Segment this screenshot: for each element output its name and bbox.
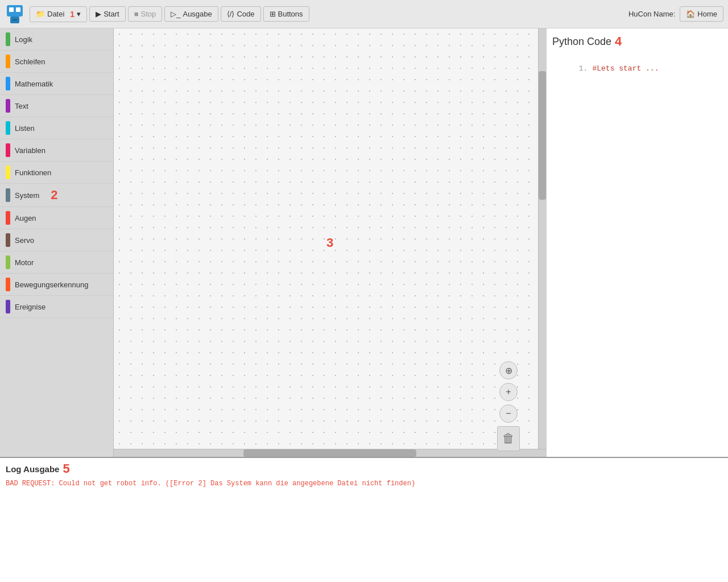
- code-content-1: #Lets start ...: [592, 64, 659, 73]
- canvas-area[interactable]: 3 ⊕ + − 🗑: [114, 28, 546, 457]
- sidebar-label-motor: Motor: [15, 258, 34, 267]
- app-logo: [5, 4, 25, 24]
- play-icon: ▶: [96, 10, 101, 18]
- log-title-text: Log Ausgabe: [6, 464, 59, 474]
- sidebar: Logik Schleifen Mathematik Text Listen V…: [0, 28, 114, 457]
- trash-button[interactable]: 🗑: [497, 426, 520, 451]
- file-button[interactable]: 📁 Datei 1 ▾: [30, 6, 87, 22]
- sidebar-label-funktionen: Funktionen: [15, 168, 51, 177]
- sidebar-item-funktionen[interactable]: Funktionen: [0, 162, 113, 184]
- hucon-name-label: HuCon Name:: [628, 10, 675, 18]
- sidebar-item-system[interactable]: System 2: [0, 184, 113, 207]
- sidebar-area-number: 2: [51, 188, 57, 203]
- mathematik-color: [6, 77, 10, 90]
- target-icon: ⊕: [505, 365, 512, 376]
- sidebar-item-logik[interactable]: Logik: [0, 28, 113, 51]
- trash-area: 🗑: [497, 426, 520, 451]
- code-line-1: 1.#Lets start ...: [552, 56, 722, 81]
- sidebar-label-text: Text: [15, 102, 28, 110]
- svg-rect-4: [13, 19, 17, 21]
- start-label: Start: [104, 10, 119, 18]
- sidebar-item-schleifen[interactable]: Schleifen: [0, 51, 113, 73]
- logik-color: [6, 32, 10, 46]
- variablen-color: [6, 143, 10, 157]
- sidebar-item-mathematik[interactable]: Mathematik: [0, 73, 113, 95]
- sidebar-label-schleifen: Schleifen: [15, 57, 45, 66]
- vertical-scrollbar-thumb[interactable]: [539, 71, 546, 200]
- sidebar-label-system: System: [15, 191, 39, 200]
- start-button[interactable]: ▶ Start: [89, 6, 125, 22]
- sidebar-item-augen[interactable]: Augen: [0, 207, 113, 229]
- file-icon: 📁: [36, 10, 45, 18]
- sidebar-label-logik: Logik: [15, 35, 32, 44]
- grid-icon: ⊞: [270, 10, 276, 18]
- sidebar-label-mathematik: Mathematik: [15, 80, 53, 88]
- log-area-number: 5: [63, 461, 69, 476]
- zoom-out-button[interactable]: −: [499, 404, 518, 423]
- home-button[interactable]: 🏠 Home: [680, 6, 723, 22]
- sidebar-label-bewegungserkennung: Bewegungserkennung: [15, 280, 88, 289]
- chevron-down-icon: ▾: [77, 10, 81, 18]
- schleifen-color: [6, 55, 10, 68]
- minus-icon: −: [506, 408, 511, 419]
- listen-color: [6, 121, 10, 135]
- servo-color: [6, 233, 10, 247]
- sidebar-item-text[interactable]: Text: [0, 95, 113, 117]
- svg-rect-1: [9, 7, 14, 12]
- vertical-scrollbar[interactable]: [538, 28, 546, 457]
- toolbar: 📁 Datei 1 ▾ ▶ Start ■ Stop ▷_ Ausgabe ⟨/…: [0, 0, 728, 28]
- horizontal-scrollbar-thumb[interactable]: [243, 449, 416, 457]
- buttons-button[interactable]: ⊞ Buttons: [263, 6, 309, 22]
- code-label: Code: [237, 10, 254, 18]
- code-panel-title: Python Code 4: [552, 34, 722, 49]
- ausgabe-label: Ausgabe: [183, 10, 212, 18]
- sidebar-item-servo[interactable]: Servo: [0, 229, 113, 251]
- log-error-message: BAD REQUEST: Could not get robot info. (…: [6, 480, 722, 488]
- sidebar-item-motor[interactable]: Motor: [0, 251, 113, 274]
- sidebar-label-servo: Servo: [15, 236, 34, 245]
- sidebar-item-ereignise[interactable]: Ereignise: [0, 296, 113, 318]
- trash-icon: 🗑: [502, 431, 515, 446]
- terminal-icon: ▷_: [171, 10, 180, 18]
- svg-rect-2: [16, 7, 20, 12]
- file-label: Datei: [47, 10, 64, 18]
- sidebar-item-bewegungserkennung[interactable]: Bewegungserkennung: [0, 274, 113, 296]
- zoom-in-button[interactable]: +: [499, 383, 518, 401]
- sidebar-item-listen[interactable]: Listen: [0, 117, 113, 139]
- text-color: [6, 99, 10, 113]
- main-area: Logik Schleifen Mathematik Text Listen V…: [0, 28, 728, 457]
- stop-button[interactable]: ■ Stop: [128, 6, 163, 22]
- funktionen-color: [6, 166, 10, 179]
- sidebar-label-ereignise: Ereignise: [15, 303, 46, 311]
- system-color: [6, 188, 10, 202]
- badge-1: 1: [70, 10, 75, 19]
- code-icon: ⟨/⟩: [227, 10, 235, 18]
- code-line-num-1: 1.: [579, 64, 588, 73]
- home-icon: 🏠: [686, 10, 695, 18]
- sidebar-label-augen: Augen: [15, 214, 36, 222]
- sidebar-label-variablen: Variablen: [15, 146, 46, 155]
- stop-label: Stop: [140, 10, 156, 18]
- code-panel-title-text: Python Code: [552, 36, 611, 48]
- augen-color: [6, 211, 10, 225]
- canvas-controls: ⊕ + −: [499, 361, 518, 423]
- horizontal-scrollbar[interactable]: [114, 449, 546, 457]
- log-title: Log Ausgabe 5: [6, 461, 722, 476]
- canvas-area-number: 3: [326, 236, 333, 250]
- log-area: Log Ausgabe 5 BAD REQUEST: Could not get…: [0, 457, 728, 582]
- bewegung-color: [6, 278, 10, 291]
- target-button[interactable]: ⊕: [499, 361, 518, 379]
- motor-color: [6, 255, 10, 269]
- sidebar-label-listen: Listen: [15, 124, 35, 133]
- home-label: Home: [697, 10, 717, 18]
- toolbar-right: HuCon Name: 🏠 Home: [628, 6, 723, 22]
- ausgabe-button[interactable]: ▷_ Ausgabe: [164, 6, 218, 22]
- code-panel-number: 4: [615, 34, 622, 49]
- ereignise-color: [6, 300, 10, 313]
- code-button[interactable]: ⟨/⟩ Code: [221, 6, 261, 22]
- buttons-label: Buttons: [278, 10, 303, 18]
- stop-icon: ■: [134, 10, 139, 18]
- plus-icon: +: [506, 387, 511, 397]
- sidebar-item-variablen[interactable]: Variablen: [0, 139, 113, 162]
- code-panel: Python Code 4 1.#Lets start ...: [546, 28, 728, 457]
